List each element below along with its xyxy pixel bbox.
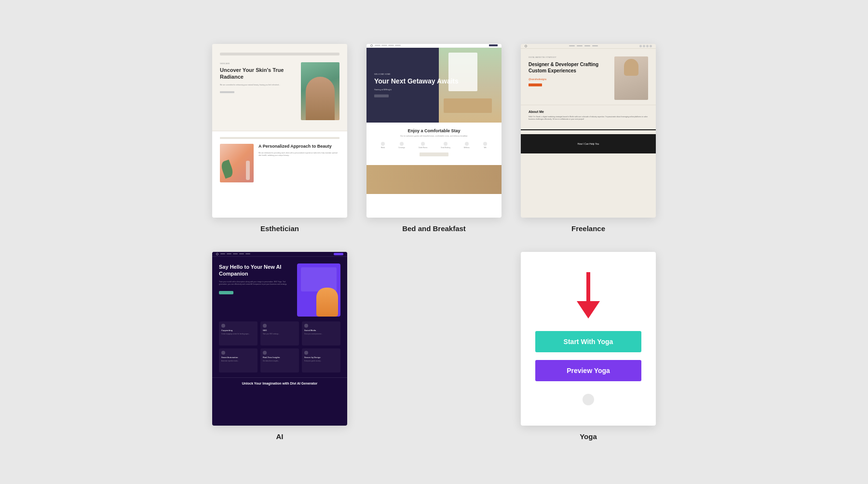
facebook-icon [639, 45, 642, 47]
esth-hero-section: SKINCARE Uncover Your Skin's True Radian… [212, 44, 347, 131]
yoga-preview-button[interactable]: Preview Yoga [535, 360, 641, 381]
esth-photo-face [306, 77, 335, 120]
esth-bottom-body: We are dedicated to providing each clien… [258, 152, 339, 157]
freelance-person-face [624, 59, 638, 76]
bnb-middle-sub: Our inn welcomes guests with beautiful v… [374, 135, 494, 138]
freelance-about-text: Hello! I'm Sarah, a digital marketing st… [529, 116, 648, 121]
esth-bottom-headline: A Personalized Approach to Beauty [258, 144, 339, 150]
freelance-logo [525, 45, 527, 47]
ai-header-cta [334, 253, 343, 255]
freelance-preview: DIGITAL MARKETING STRATEGIST Designer & … [521, 44, 656, 218]
card-ai[interactable]: Say Hello to Your New AI Companion Train… [212, 252, 347, 441]
ai-label: AI [276, 432, 284, 441]
freelance-label: Freelance [571, 224, 605, 233]
insights-icon [263, 351, 267, 355]
esth-bottom-hero: A Personalized Approach to Beauty We are… [220, 144, 339, 182]
ai-grid-text: Automate repetitive tasks... [221, 360, 255, 362]
esth-small-label: SKINCARE [220, 62, 296, 65]
bnb-feature-label: Outlet Rooms [419, 147, 427, 149]
ai-grid-title: Smart Automation [221, 356, 255, 359]
ai-footer-text: Unlock Your Imagination with Divi AI Gen… [219, 382, 340, 385]
bnb-header [366, 44, 502, 48]
bnb-label: Bed and Breakfast [402, 224, 466, 233]
esthetician-label: Esthetician [260, 224, 299, 233]
ai-grid-security: Secure by Design Enterprise-grade securi… [302, 348, 340, 373]
security-icon [304, 351, 308, 355]
ai-cta-button [219, 291, 233, 294]
bnb-footer-image [366, 165, 502, 194]
email-icon [444, 142, 448, 146]
ai-footer: Unlock Your Imagination with Divi AI Gen… [212, 377, 347, 389]
ai-grid-title: SEO [263, 329, 297, 332]
freelance-about: About Me Hello! I'm Sarah, a digital mar… [521, 105, 656, 126]
esth-bottom-section: A Personalized Approach to Beauty We are… [212, 131, 347, 218]
wellness-icon [465, 142, 469, 146]
rooms-icon [421, 142, 425, 146]
bnb-feature-rooms: Outlet Rooms [419, 142, 427, 149]
twitter-icon [643, 45, 645, 47]
bnb-nav-item [388, 45, 394, 46]
seo-icon [263, 324, 267, 328]
esth-roller-decoration [246, 161, 250, 180]
ai-grid-title: Social Media [304, 329, 338, 332]
bnb-feature-wifi: Wifi [483, 142, 487, 149]
ai-header [212, 252, 347, 257]
bnb-feature-email: Email Booking [441, 142, 450, 149]
bnb-feature-label: Concierge [398, 147, 405, 149]
ai-logo [216, 253, 218, 255]
bnb-feature-wellness: Wellness [464, 142, 470, 149]
bnb-feature-label: Wifi [484, 147, 486, 149]
bnb-middle-title: Enjoy a Comfortable Stay [374, 128, 494, 133]
ai-grid-text: Create engaging content for landing page… [221, 333, 255, 335]
esth-hero-text: SKINCARE Uncover Your Skin's True Radian… [220, 62, 296, 93]
arrow-shaft [586, 272, 590, 301]
esth-cta-bar [220, 91, 234, 93]
ai-body-text: Train your model with a description alon… [219, 281, 292, 286]
bnb-hero-sub: Starting at $99/night [374, 88, 459, 90]
bnb-feature-label: Wellness [464, 147, 470, 149]
card-yoga[interactable]: Start With Yoga Preview Yoga Yoga [521, 252, 656, 441]
meals-icon [381, 142, 385, 146]
ai-grid-title: Real-Time Insights [263, 356, 297, 359]
ai-preview: Say Hello to Your New AI Companion Train… [212, 252, 347, 426]
instagram-icon [646, 45, 649, 47]
ai-grid-text: Start your SEO rankings... [263, 333, 297, 335]
freelance-headline: Designer & Developer Crafting Custom Exp… [529, 61, 610, 74]
bnb-hero-label: WELCOME HOME [374, 73, 459, 75]
ai-grid-text: Enterprise-grade security... [304, 360, 338, 362]
ai-grid-title: Secure by Design [304, 356, 338, 359]
yoga-preview: Start With Yoga Preview Yoga [521, 252, 656, 426]
ai-features-grid: Copywriting Create engaging content for … [212, 321, 347, 377]
esth-hero-content: SKINCARE Uncover Your Skin's True Radian… [220, 62, 339, 120]
esth-nav-bar [220, 53, 339, 55]
freelance-bottom-dark: How I Can Help You [521, 134, 656, 153]
card-gallery: SKINCARE Uncover Your Skin's True Radian… [212, 44, 656, 441]
freelance-tag: DIGITAL MARKETING STRATEGIST [529, 56, 610, 58]
freelance-photo [614, 56, 648, 100]
ai-hero-card [297, 263, 340, 317]
freelance-bottom-cta: How I Can Help You [578, 142, 599, 145]
esth-bottom-text: A Personalized Approach to Beauty We are… [258, 144, 339, 157]
bnb-feature-label: Email Booking [441, 147, 450, 149]
yoga-logo-area [583, 394, 594, 405]
bnb-book-button [489, 44, 498, 46]
bnb-nav-item [395, 45, 401, 46]
ai-grid-title: Copywriting [221, 329, 255, 332]
yoga-start-button[interactable]: Start With Yoga [535, 331, 641, 352]
ai-grid-insights: Real-Time Insights Get data-driven insig… [260, 348, 299, 373]
ai-hero-text: Say Hello to Your New AI Companion Train… [219, 263, 292, 294]
ai-hero: Say Hello to Your New AI Companion Train… [212, 257, 347, 321]
freelance-hero: DIGITAL MARKETING STRATEGIST Designer & … [521, 49, 656, 105]
bnb-cta-button [420, 152, 448, 156]
card-esthetician[interactable]: SKINCARE Uncover Your Skin's True Radian… [212, 44, 347, 233]
yoga-arrow [577, 272, 600, 318]
freelance-header [521, 44, 656, 49]
freelance-logo-icon [525, 45, 527, 47]
ai-grid-text: Grow your social presence... [304, 333, 338, 335]
card-freelance[interactable]: DIGITAL MARKETING STRATEGIST Designer & … [521, 44, 656, 233]
ai-grid-text: Get data-driven insights... [263, 360, 297, 362]
esth-bottom-image [220, 144, 254, 182]
card-bnb[interactable]: WELCOME HOME Your Next Getaway Awaits St… [366, 44, 502, 233]
freelance-handle: @sarahsdesigns [529, 78, 610, 81]
bnb-nav [375, 45, 487, 46]
